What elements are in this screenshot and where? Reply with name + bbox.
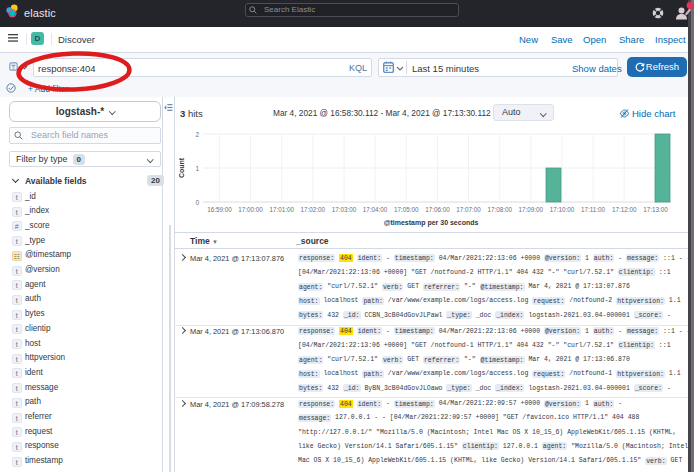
svg-text:17:03:00: 17:03:00 bbox=[332, 206, 357, 213]
svg-text:17:08:00: 17:08:00 bbox=[487, 206, 512, 213]
svg-text:Count: Count bbox=[178, 157, 185, 178]
svg-text:1: 1 bbox=[195, 165, 199, 172]
svg-text:2: 2 bbox=[195, 131, 199, 138]
svg-text:16:59:00: 16:59:00 bbox=[207, 206, 232, 213]
svg-text:17:09:00: 17:09:00 bbox=[519, 206, 544, 213]
svg-text:17:11:00: 17:11:00 bbox=[581, 206, 606, 213]
svg-text:17:10:00: 17:10:00 bbox=[550, 206, 575, 213]
svg-text:17:04:00: 17:04:00 bbox=[363, 206, 388, 213]
svg-text:17:05:00: 17:05:00 bbox=[394, 206, 419, 213]
svg-text:17:00:00: 17:00:00 bbox=[238, 206, 263, 213]
svg-text:17:02:00: 17:02:00 bbox=[301, 206, 326, 213]
svg-text:17:01:00: 17:01:00 bbox=[269, 206, 294, 213]
svg-text:17:06:00: 17:06:00 bbox=[425, 206, 450, 213]
svg-text:0: 0 bbox=[195, 199, 199, 206]
svg-text:17:07:00: 17:07:00 bbox=[456, 206, 481, 213]
svg-text:17:12:00: 17:12:00 bbox=[612, 206, 637, 213]
svg-text:17:13:00: 17:13:00 bbox=[643, 206, 668, 213]
svg-text:@timestamp per 30 seconds: @timestamp per 30 seconds bbox=[384, 219, 479, 227]
